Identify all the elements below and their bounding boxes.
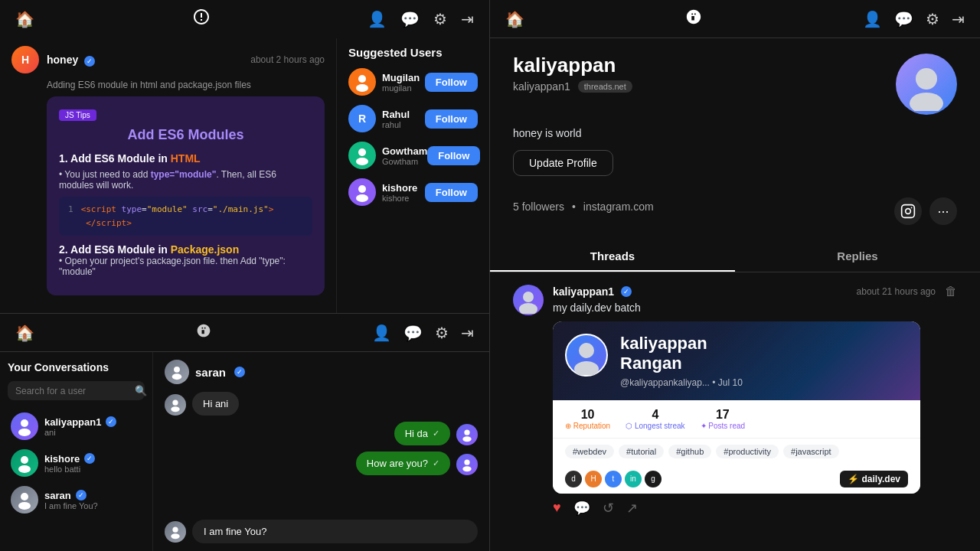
update-profile-btn[interactable]: Update Profile	[513, 150, 613, 176]
svg-point-13	[172, 373, 182, 380]
svg-point-30	[574, 361, 599, 375]
comment-icon[interactable]: 💬	[573, 500, 590, 517]
conv-saran-preview: I am fine You?	[44, 501, 98, 510]
svg-point-17	[462, 436, 471, 442]
right-logout-icon[interactable]: ⇥	[952, 10, 965, 28]
stat-reputation: 10 ⊕ Reputation	[565, 408, 610, 430]
conv-saran-verified: ✓	[76, 490, 87, 500]
post-header: H honey ✓ about 2 hours ago	[11, 46, 325, 73]
rahul-handle: rahul	[382, 120, 410, 129]
suggested-title: Suggested Users	[348, 46, 478, 59]
post-card: JS Tips Add ES6 Modules 1. Add ES6 Modul…	[47, 96, 325, 295]
home-icon[interactable]: 🏠	[15, 10, 34, 28]
bottom-settings-icon[interactable]: ⚙	[435, 324, 449, 342]
right-messages-icon[interactable]: 💬	[894, 10, 913, 28]
heart-icon[interactable]: ♥	[553, 500, 561, 517]
dev-icon-4: in	[625, 471, 642, 487]
svg-point-3	[356, 158, 368, 165]
conv-saran-name-row: saran ✓	[44, 490, 98, 501]
kishore-follow-btn[interactable]: Follow	[425, 183, 478, 202]
conv-kaliyappan-avatar	[11, 412, 38, 440]
post-item-daily: kaliyappan1 ✓ about 21 hours ago 🗑 my da…	[513, 285, 957, 517]
svg-point-27	[523, 292, 534, 302]
profile-website[interactable]: instagram.com	[583, 201, 654, 213]
svg-point-10	[21, 493, 28, 500]
feed-nav-right: 👤 💬 ⚙ ⇥	[368, 10, 474, 28]
svg-rect-24	[902, 205, 915, 218]
tab-replies[interactable]: Replies	[735, 240, 980, 272]
svg-point-18	[464, 460, 469, 465]
right-home-icon[interactable]: 🏠	[505, 10, 524, 28]
chat-input-row	[165, 520, 478, 543]
gowtham-follow-btn[interactable]: Follow	[427, 146, 480, 165]
bottom-home-icon[interactable]: 🏠	[15, 324, 34, 342]
bottom-messages-icon[interactable]: 💬	[403, 324, 423, 342]
search-icon[interactable]: 🔍	[135, 385, 147, 396]
chat-area: saran ✓ Hi ani Hi da ✓	[153, 352, 489, 551]
tag-webdev: #webdev	[565, 445, 614, 458]
profile-info: kaliyappan kaliyappan1 threads.net	[513, 54, 632, 93]
bottom-threads-logo[interactable]	[196, 323, 211, 342]
logout-nav-icon[interactable]: ⇥	[461, 10, 474, 28]
instagram-icon[interactable]	[894, 197, 922, 225]
messages-nav-icon[interactable]: 💬	[400, 10, 420, 28]
rahul-info: R Rahul rahul	[348, 105, 410, 132]
daily-card-title: kaliyappanRangan	[620, 334, 743, 374]
rahul-follow-btn[interactable]: Follow	[425, 109, 478, 129]
svg-point-20	[172, 527, 178, 532]
chat-messages: Hi ani Hi da ✓ How are you? ✓	[165, 392, 478, 514]
conv-kaliyappan[interactable]: kaliyappan1 ✓ ani	[8, 408, 145, 445]
post-item-content: kaliyappan1 ✓ about 21 hours ago 🗑 my da…	[553, 285, 957, 517]
conv-kishore-avatar	[11, 449, 38, 477]
author-name: honey	[47, 54, 78, 66]
delete-icon[interactable]: 🗑	[945, 285, 957, 298]
svg-point-25	[906, 209, 911, 214]
profile-name: kaliyappan	[513, 54, 632, 77]
profile-nav-icon[interactable]: 👤	[368, 10, 387, 28]
chat-input[interactable]	[192, 520, 478, 543]
suggested-user-mugilan: Mugilan mugilan Follow	[348, 68, 478, 96]
svg-point-29	[579, 343, 594, 358]
suggested-user-gowtham: Gowtham Gowtham Follow	[348, 142, 478, 169]
feed-section: 🏠 👤 💬 ⚙ ⇥ H honey	[0, 0, 489, 314]
messages-content: Your Conversations 🔍 kaliyappan1 ✓ ani	[0, 352, 489, 551]
settings-nav-icon[interactable]: ⚙	[433, 10, 447, 28]
kishore-avatar	[348, 178, 376, 206]
svg-point-12	[174, 367, 180, 373]
svg-point-15	[171, 406, 179, 412]
bottom-profile-icon[interactable]: 👤	[372, 324, 391, 342]
svg-point-19	[462, 466, 471, 471]
dev-icon-2: H	[585, 471, 602, 487]
right-profile-icon[interactable]: 👤	[863, 10, 882, 28]
profile-header: kaliyappan kaliyappan1 threads.net	[513, 54, 957, 115]
search-input[interactable]	[15, 386, 130, 396]
section2-text: • Open your project's package.json file.…	[59, 256, 312, 277]
right-settings-icon[interactable]: ⚙	[926, 10, 939, 28]
svg-point-8	[21, 456, 28, 464]
post-subtitle: Adding ES6 module in html and package.js…	[47, 80, 325, 90]
conv-kishore[interactable]: kishore ✓ hello batti	[8, 445, 145, 481]
daily-card-stats: 10 ⊕ Reputation 4 ⬡ Longest streak 17 ✦ …	[553, 400, 920, 439]
right-threads-logo[interactable]	[685, 8, 702, 29]
post-item-text: my daily.dev batch	[553, 302, 957, 314]
svg-point-22	[916, 68, 937, 90]
repost-icon[interactable]: ↺	[603, 500, 614, 517]
bottom-logout-icon[interactable]: ⇥	[461, 324, 474, 342]
post-item-username: kaliyappan1	[553, 285, 614, 298]
conv-kaliyappan-preview: ani	[44, 428, 116, 437]
msg-saran-avatar	[165, 394, 186, 416]
gowtham-info: Gowtham Gowtham	[348, 142, 427, 169]
more-options-icon[interactable]: ···	[929, 197, 957, 225]
right-panel: 🏠 👤 💬 ⚙ ⇥ kaliyappan kaliyappan1 threads…	[490, 0, 980, 551]
chat-input-avatar	[165, 521, 186, 543]
conv-saran-name: saran	[44, 490, 71, 501]
section1-title: 1. Add ES6 Module in HTML	[59, 152, 312, 165]
code-block: 1<script type="module" src="./main.js"> …	[59, 197, 312, 236]
share-icon[interactable]: ↗	[626, 500, 638, 517]
tab-threads[interactable]: Threads	[490, 240, 735, 272]
threads-logo-top	[192, 8, 211, 31]
chat-username: saran	[195, 366, 226, 379]
conv-saran[interactable]: saran ✓ I am fine You?	[8, 481, 145, 518]
profile-bio: honey is world	[513, 127, 957, 139]
mugilan-follow-btn[interactable]: Follow	[425, 73, 478, 92]
